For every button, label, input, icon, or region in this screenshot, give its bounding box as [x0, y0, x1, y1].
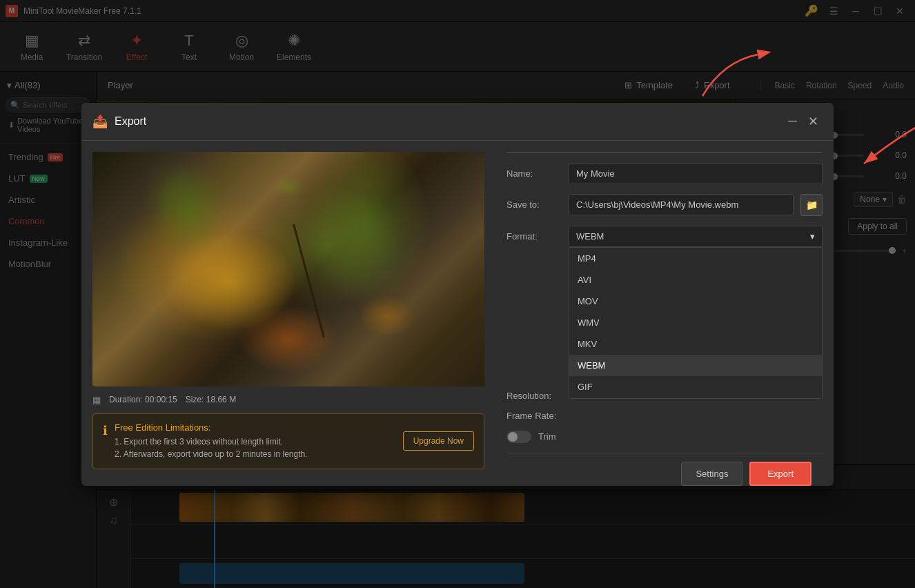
name-row: Name: — [506, 163, 823, 184]
resolution-label: Resolution: — [506, 391, 562, 401]
device-tab[interactable]: Device — [665, 153, 822, 153]
upgrade-button[interactable]: Upgrade Now — [403, 431, 474, 451]
modal-title: Export — [115, 115, 146, 128]
video-duration: Duration: 00:00:15 — [109, 395, 177, 404]
clock-icon: ▦ — [92, 395, 101, 405]
format-row: Format: WEBM ▾ MP4 AVI MOV WMV MKV WEB — [506, 226, 823, 247]
format-selected-value: WEBM — [576, 231, 604, 242]
format-option-wmv[interactable]: WMV — [569, 312, 822, 333]
trim-row: Trim — [506, 431, 823, 443]
warning-box: ℹ Free Edition Limitations: 1. Export th… — [92, 413, 484, 469]
pc-tab[interactable]: PC — [507, 153, 665, 153]
video-preview-image — [92, 152, 484, 386]
format-option-mp3[interactable]: MP3 — [569, 398, 822, 399]
folder-icon: 📁 — [806, 199, 818, 210]
settings-button[interactable]: Settings — [681, 462, 742, 486]
leaf-color-overlay — [92, 152, 484, 386]
modal-footer: Settings Export — [506, 453, 823, 494]
save-to-label: Save to: — [506, 199, 562, 210]
modal-header-actions: ─ ✕ — [784, 112, 823, 130]
modal-export-icon: 📤 — [92, 114, 108, 129]
format-option-gif[interactable]: GIF — [569, 376, 822, 398]
format-option-mov[interactable]: MOV — [569, 291, 822, 312]
modal-overlay: 📤 Export ─ ✕ — [0, 0, 915, 588]
pc-device-toggle: PC Device — [506, 152, 823, 153]
video-size: Size: 18.66 M — [186, 395, 236, 404]
warning-content: Free Edition Limitations: 1. Export the … — [115, 422, 396, 460]
trim-toggle[interactable] — [506, 431, 531, 443]
modal-preview: ▦ Duration: 00:00:15 Size: 18.66 M ℹ Fre… — [81, 141, 495, 486]
modal-body: ▦ Duration: 00:00:15 Size: 18.66 M ℹ Fre… — [81, 141, 834, 486]
name-input[interactable] — [569, 163, 823, 184]
format-option-avi[interactable]: AVI — [569, 269, 822, 291]
video-info-bar: ▦ Duration: 00:00:15 Size: 18.66 M — [92, 395, 484, 405]
format-dropdown[interactable]: WEBM ▾ — [569, 226, 823, 247]
browse-button[interactable]: 📁 — [800, 194, 823, 216]
modal-minimize-button[interactable]: ─ — [784, 112, 801, 130]
save-to-input[interactable] — [569, 194, 794, 215]
modal-header: 📤 Export ─ ✕ — [81, 103, 834, 141]
warning-title: Free Edition Limitations: — [115, 422, 396, 433]
modal-close-button[interactable]: ✕ — [804, 112, 823, 130]
trim-label: Trim — [538, 431, 556, 442]
save-to-row: Save to: 📁 — [506, 194, 823, 216]
export-modal: 📤 Export ─ ✕ — [81, 103, 834, 486]
chevron-down-icon: ▾ — [810, 231, 815, 242]
warning-icon: ℹ — [103, 423, 108, 438]
format-dropdown-container: WEBM ▾ MP4 AVI MOV WMV MKV WEBM GIF MP3 — [569, 226, 823, 247]
name-label: Name: — [506, 168, 562, 179]
export-button[interactable]: Export — [749, 462, 811, 486]
warning-line2: 2. Afterwards, export video up to 2 minu… — [115, 448, 396, 460]
format-option-webm[interactable]: WEBM — [569, 355, 822, 376]
format-option-mp4[interactable]: MP4 — [569, 248, 822, 269]
template-arrow-annotation — [696, 48, 778, 105]
format-dropdown-list: MP4 AVI MOV WMV MKV WEBM GIF MP3 — [569, 247, 823, 399]
format-label: Format: — [506, 231, 562, 242]
frame-rate-label: Frame Rate: — [506, 411, 562, 421]
format-option-mkv[interactable]: MKV — [569, 333, 822, 355]
modal-options: PC Device Name: Save to: 📁 — [495, 141, 834, 486]
trim-toggle-thumb — [508, 432, 518, 442]
frame-rate-row: Frame Rate: — [506, 411, 823, 421]
video-preview-box — [92, 152, 484, 386]
warning-line1: 1. Export the first 3 videos without len… — [115, 435, 396, 448]
